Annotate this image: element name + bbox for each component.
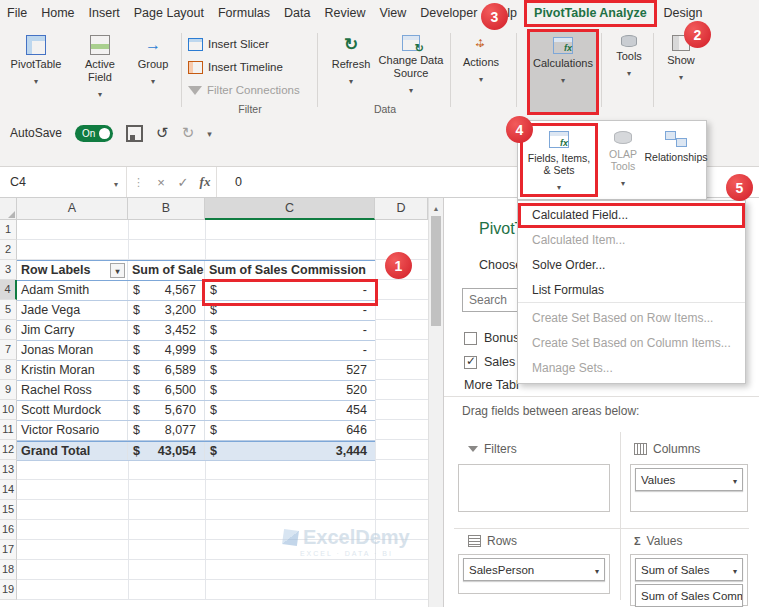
customize-qat-button[interactable] (207, 126, 212, 140)
submenu-item[interactable]: Create Set Based on Column Items... (518, 331, 745, 356)
salesperson-cell[interactable]: Jonas Moran (17, 341, 128, 360)
submenu-item[interactable]: Solve Order... (518, 253, 745, 278)
sum-of-sales-header-cell[interactable]: Sum of Sales (128, 261, 205, 280)
redo-button[interactable] (182, 124, 195, 142)
sales-cell[interactable]: $ 4,567 (128, 281, 205, 300)
vertical-scrollbar[interactable] (428, 198, 443, 607)
row-header[interactable]: 1 (0, 220, 17, 240)
salesperson-cell[interactable]: Kristin Moran (17, 361, 128, 380)
cancel-entry-button[interactable]: × (150, 175, 172, 190)
grand-total-sales-cell[interactable]: $ 43,054 (128, 442, 205, 460)
ribbon-tab[interactable]: Formulas (211, 0, 277, 27)
values-field-pill[interactable]: Sum of Sales Comm... (635, 584, 743, 607)
sales-cell[interactable]: $ 8,077 (128, 421, 205, 440)
more-tables-button[interactable]: More Tabl (464, 378, 519, 392)
column-header-b[interactable]: B (128, 198, 205, 220)
name-box[interactable]: C4 (0, 167, 106, 197)
ribbon-tab[interactable]: Developer (413, 0, 484, 27)
name-box-dropdown[interactable] (106, 173, 126, 191)
relationships-button[interactable]: Relationships (648, 123, 704, 197)
commission-cell[interactable]: $ 646 (205, 421, 375, 440)
sum-of-sales-commission-header-cell[interactable]: Sum of Sales Commission (205, 261, 375, 280)
column-header-d[interactable]: D (375, 198, 428, 220)
calculations-button[interactable]: Calculations (527, 29, 599, 115)
insert-timeline-button[interactable]: Insert Timeline (188, 57, 283, 77)
row-header[interactable]: 13 (0, 460, 17, 480)
values-field-pill[interactable]: Sum of Sales (635, 558, 743, 581)
grand-total-commission-cell[interactable]: $ 3,444 (205, 442, 375, 460)
ribbon-tab[interactable]: PivotTable Analyze (524, 0, 657, 27)
ribbon-tab[interactable]: View (372, 0, 413, 27)
ribbon-tab[interactable]: Home (34, 0, 81, 27)
row-labels-header-cell[interactable]: Row Labels (17, 261, 128, 280)
commission-cell[interactable]: $ - (205, 321, 375, 340)
field-checkbox[interactable] (464, 332, 477, 345)
save-button[interactable] (126, 125, 143, 142)
filter-dropdown-button[interactable] (110, 263, 125, 278)
filter-connections-button[interactable]: Filter Connections (188, 80, 300, 100)
row-header[interactable]: 16 (0, 520, 17, 540)
ribbon-tab[interactable]: Data (277, 0, 317, 27)
submenu-item[interactable]: List Formulas (518, 278, 745, 303)
undo-button[interactable] (156, 124, 169, 142)
sales-cell[interactable]: $ 4,999 (128, 341, 205, 360)
row-header[interactable]: 11 (0, 420, 17, 440)
rows-dropzone[interactable]: SalesPerson (458, 554, 610, 594)
actions-button[interactable]: Actions (456, 30, 506, 114)
insert-function-button[interactable]: fx (194, 174, 216, 190)
submenu-item[interactable]: Manage Sets... (518, 356, 745, 381)
sales-cell[interactable]: $ 3,452 (128, 321, 205, 340)
rows-field-pill[interactable]: SalesPerson (463, 558, 605, 581)
salesperson-cell[interactable]: Adam Smith (17, 281, 128, 300)
autosave-toggle[interactable]: On (75, 125, 113, 142)
ribbon-tab[interactable]: Page Layout (127, 0, 211, 27)
row-header[interactable]: 19 (0, 580, 17, 600)
salesperson-cell[interactable]: Jade Vega (17, 301, 128, 320)
row-header[interactable]: 17 (0, 540, 17, 560)
salesperson-cell[interactable]: Scott Murdock (17, 401, 128, 420)
row-header[interactable]: 12 (0, 440, 17, 460)
row-header[interactable]: 7 (0, 340, 17, 360)
row-header[interactable]: 3 (0, 260, 17, 280)
row-header[interactable]: 14 (0, 480, 17, 500)
tools-button[interactable]: Tools (606, 30, 652, 114)
columns-field-pill[interactable]: Values (635, 468, 743, 491)
active-field-button[interactable]: Active Field (72, 30, 128, 114)
enter-entry-button[interactable]: ✓ (172, 175, 194, 190)
columns-dropzone[interactable]: Values (630, 464, 748, 512)
salesperson-cell[interactable]: Jim Carry (17, 321, 128, 340)
field-checkbox[interactable] (464, 356, 477, 369)
refresh-button[interactable]: Refresh (326, 30, 376, 114)
ribbon-tab[interactable]: Insert (82, 0, 127, 27)
row-header[interactable]: 15 (0, 500, 17, 520)
select-all-button[interactable] (0, 198, 17, 220)
row-header[interactable]: 10 (0, 400, 17, 420)
pivottable-button[interactable]: PivotTable (6, 30, 66, 114)
salesperson-cell[interactable]: Rachel Ross (17, 381, 128, 400)
olap-tools-button[interactable]: OLAP Tools (598, 123, 648, 197)
values-dropzone[interactable]: Sum of Sales Sum of Sales Comm... (630, 554, 748, 606)
ribbon-tab[interactable]: Review (317, 0, 372, 27)
ribbon-tab[interactable]: File (0, 0, 34, 27)
submenu-item[interactable]: Calculated Field... (518, 203, 745, 228)
change-data-source-button[interactable]: Change Data Source (378, 30, 444, 114)
scrollbar-thumb[interactable] (431, 216, 441, 326)
commission-cell[interactable]: $ - (205, 341, 375, 360)
filters-dropzone[interactable] (458, 464, 610, 512)
sales-cell[interactable]: $ 6,500 (128, 381, 205, 400)
row-header[interactable]: 8 (0, 360, 17, 380)
grand-total-label-cell[interactable]: Grand Total (17, 442, 128, 460)
sales-cell[interactable]: $ 6,589 (128, 361, 205, 380)
salesperson-cell[interactable]: Victor Rosario (17, 421, 128, 440)
column-header-a[interactable]: A (17, 198, 128, 220)
sales-cell[interactable]: $ 5,670 (128, 401, 205, 420)
group-button[interactable]: Group (130, 30, 176, 114)
submenu-item[interactable]: Calculated Item... (518, 228, 745, 253)
row-header[interactable]: 4 (0, 280, 17, 300)
row-header[interactable]: 5 (0, 300, 17, 320)
column-header-c[interactable]: C (205, 198, 375, 220)
insert-slicer-button[interactable]: Insert Slicer (188, 34, 269, 54)
row-header[interactable]: 2 (0, 240, 17, 260)
sales-cell[interactable]: $ 3,200 (128, 301, 205, 320)
commission-cell[interactable]: $ 527 (205, 361, 375, 380)
